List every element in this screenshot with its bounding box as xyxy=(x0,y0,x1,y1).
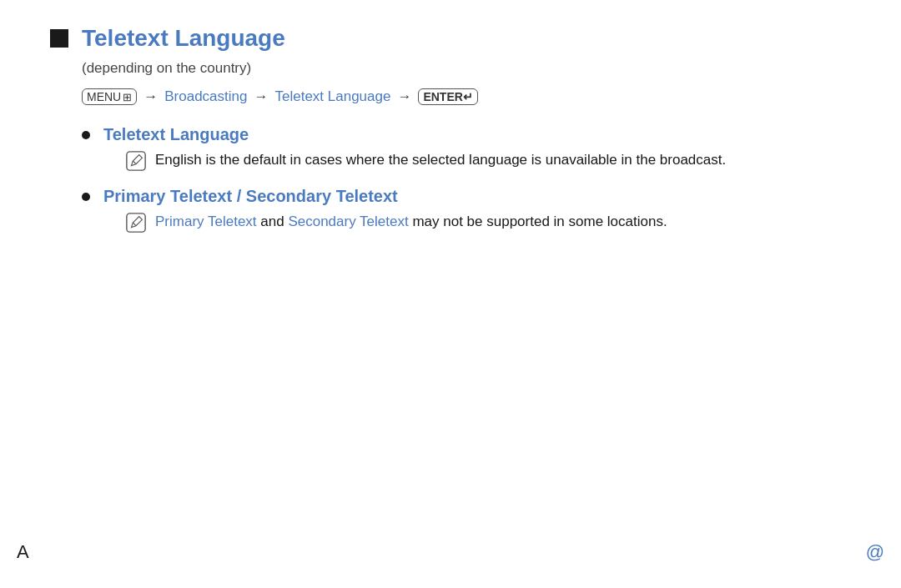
bullet-list: Teletext Language English is the default… xyxy=(82,125,851,242)
primary-teletext-span: Primary Teletext xyxy=(155,214,257,229)
page-container: Teletext Language (depending on the coun… xyxy=(0,0,901,274)
corner-label-at: @ xyxy=(866,541,884,563)
bullet-label-1: Teletext Language xyxy=(103,125,726,144)
nav-arrow-3: → xyxy=(397,88,411,105)
bullet-content-2: Primary Teletext / Secondary Teletext Pr… xyxy=(103,187,667,242)
bullet-dot-2 xyxy=(82,193,90,201)
note-text-2: Primary Teletext and Secondary Teletext … xyxy=(155,211,667,233)
page-title: Teletext Language xyxy=(82,25,285,52)
enter-icon: ENTER↵ xyxy=(418,88,477,105)
corner-label-a: A xyxy=(17,541,29,563)
subtitle: (depending on the country) xyxy=(82,60,851,77)
title-icon xyxy=(50,29,68,48)
bullet-label-2: Primary Teletext / Secondary Teletext xyxy=(103,187,667,206)
nav-arrow-2: → xyxy=(254,88,268,105)
note-icon-2 xyxy=(125,212,147,234)
and-span: and xyxy=(260,214,288,229)
menu-icon: MENU⊞ xyxy=(82,88,137,105)
nav-broadcasting: Broadcasting xyxy=(164,88,247,105)
note-text-1: English is the default in cases where th… xyxy=(155,149,726,171)
suffix-span: may not be supported in some locations. xyxy=(412,214,667,229)
nav-arrow-1: → xyxy=(143,88,158,105)
menu-grid-icon: ⊞ xyxy=(123,91,132,103)
note-icon-1 xyxy=(125,150,147,172)
secondary-teletext-span: Secondary Teletext xyxy=(288,214,408,229)
svg-rect-1 xyxy=(127,214,145,232)
bullet-dot xyxy=(82,131,90,139)
nav-teletext-language: Teletext Language xyxy=(274,88,390,105)
menu-label: MENU xyxy=(87,90,121,103)
title-row: Teletext Language xyxy=(50,25,851,52)
list-item: Teletext Language English is the default… xyxy=(82,125,851,180)
nav-enter: ENTER↵ xyxy=(418,88,477,105)
list-item: Primary Teletext / Secondary Teletext Pr… xyxy=(82,187,851,242)
nav-path: MENU⊞ → Broadcasting → Teletext Language… xyxy=(82,88,851,105)
bullet-content-1: Teletext Language English is the default… xyxy=(103,125,726,180)
note-block-2: Primary Teletext and Secondary Teletext … xyxy=(125,211,667,234)
note-block-1: English is the default in cases where th… xyxy=(125,149,726,172)
svg-rect-0 xyxy=(127,152,145,170)
